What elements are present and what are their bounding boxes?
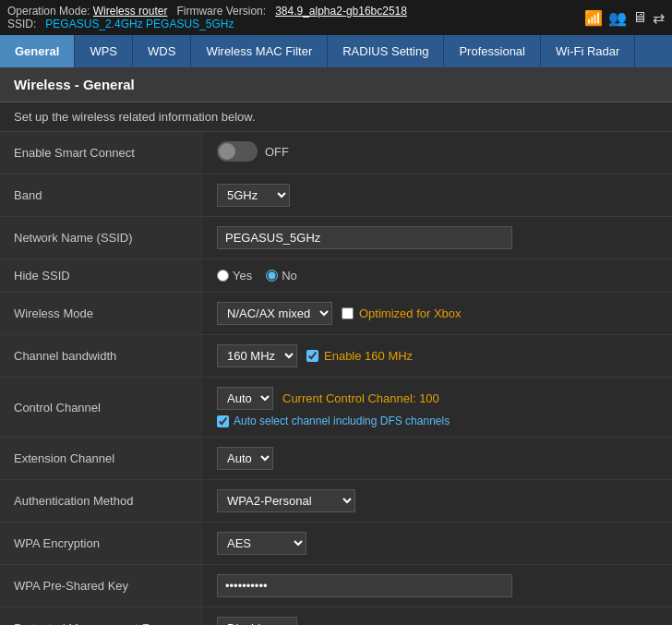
- label-wpa-key: WPA Pre-Shared Key: [0, 565, 203, 607]
- row-wpa-key: WPA Pre-Shared Key: [0, 565, 672, 607]
- toggle-off-label: OFF: [265, 145, 289, 159]
- top-bar-left: Operation Mode: Wireless router Firmware…: [7, 5, 407, 30]
- smart-connect-toggle[interactable]: OFF: [217, 141, 289, 162]
- wifi-icon: 📶: [584, 9, 603, 27]
- row-extension-channel: Extension Channel Auto: [0, 438, 672, 480]
- value-wpa-encryption: AES TKIP+AES: [203, 523, 672, 565]
- wireless-mode-select[interactable]: B/G/N mixed N only AC/N mixed N/AC/AX mi…: [217, 302, 332, 325]
- firmware-link[interactable]: 384.9_alpha2-gb16bc2518: [275, 5, 407, 18]
- enable160-label[interactable]: Enable 160 MHz: [324, 349, 413, 363]
- form-table: Enable Smart Connect OFF Band 2.4GHz 5GH…: [0, 132, 672, 625]
- ssid-label: SSID:: [7, 18, 36, 30]
- band-select[interactable]: 2.4GHz 5GHz: [217, 184, 290, 207]
- label-wireless-mode: Wireless Mode: [0, 293, 203, 335]
- xbox-checkbox[interactable]: [342, 307, 354, 319]
- control-channel-row: Auto 36 100 Current Control Channel: 100: [217, 387, 658, 410]
- firmware-label: Firmware Version:: [176, 5, 266, 18]
- row-pmf: Protected Management Frames Disable Capa…: [0, 607, 672, 626]
- label-channel-bw: Channel bandwidth: [0, 335, 203, 378]
- wpa-encryption-select[interactable]: AES TKIP+AES: [217, 532, 306, 555]
- value-channel-bw: 20 MHz 40 MHz 80 MHz 160 MHz Enable 160 …: [203, 335, 672, 378]
- enable160-checkbox-group: Enable 160 MHz: [306, 349, 413, 363]
- tab-wds[interactable]: WDS: [133, 35, 191, 67]
- network-icon: ⇄: [653, 9, 665, 27]
- value-wireless-mode: B/G/N mixed N only AC/N mixed N/AC/AX mi…: [203, 293, 672, 335]
- value-smart-connect: OFF: [203, 132, 672, 174]
- row-wpa-encryption: WPA Encryption AES TKIP+AES: [0, 523, 672, 565]
- label-smart-connect: Enable Smart Connect: [0, 132, 203, 174]
- row-control-channel: Control Channel Auto 36 100 Current Cont…: [0, 378, 672, 438]
- auth-method-select[interactable]: Open System WPA-Personal WPA2-Personal W…: [217, 489, 355, 512]
- extension-channel-select[interactable]: Auto: [217, 447, 273, 470]
- main-content: Wireless - General Set up the wireless r…: [0, 67, 672, 625]
- monitor-icon: 🖥: [632, 9, 647, 26]
- toggle-knob: [219, 143, 235, 160]
- hide-ssid-yes-label[interactable]: Yes: [217, 269, 252, 282]
- row-hide-ssid: Hide SSID Yes No: [0, 259, 672, 293]
- operation-mode-link[interactable]: Wireless router: [93, 5, 168, 18]
- xbox-label[interactable]: Optimized for Xbox: [359, 306, 462, 320]
- hide-ssid-yes-radio[interactable]: [217, 270, 229, 282]
- toggle-track[interactable]: [217, 141, 258, 162]
- row-band: Band 2.4GHz 5GHz: [0, 174, 672, 217]
- top-bar: Operation Mode: Wireless router Firmware…: [0, 0, 672, 35]
- ssid-values: PEGASUS_2.4GHz PEGASUS_5GHz: [45, 18, 234, 30]
- pmf-select[interactable]: Disable Capable Required: [217, 617, 297, 625]
- value-band: 2.4GHz 5GHz: [203, 174, 672, 217]
- label-pmf: Protected Management Frames: [0, 607, 203, 626]
- tab-radius-setting[interactable]: RADIUS Setting: [328, 35, 444, 67]
- row-smart-connect: Enable Smart Connect OFF: [0, 132, 672, 174]
- hide-ssid-no-radio[interactable]: [266, 270, 278, 282]
- tab-navigation: General WPS WDS Wireless MAC Filter RADI…: [0, 35, 672, 67]
- section-title: Wireless - General: [14, 77, 658, 92]
- tab-wps[interactable]: WPS: [75, 35, 133, 67]
- current-channel-info: Current Control Channel: 100: [282, 391, 439, 405]
- xbox-checkbox-group: Optimized for Xbox: [342, 306, 462, 320]
- value-auth-method: Open System WPA-Personal WPA2-Personal W…: [203, 480, 672, 523]
- label-wpa-encryption: WPA Encryption: [0, 523, 203, 565]
- value-extension-channel: Auto: [203, 438, 672, 480]
- hide-ssid-radio-group: Yes No: [217, 269, 658, 282]
- section-header: Wireless - General: [0, 67, 672, 102]
- label-control-channel: Control Channel: [0, 378, 203, 438]
- label-extension-channel: Extension Channel: [0, 438, 203, 480]
- top-bar-right: 📶 👥 🖥 ⇄: [584, 9, 665, 27]
- tab-general[interactable]: General: [0, 35, 75, 67]
- tab-wireless-mac-filter[interactable]: Wireless MAC Filter: [191, 35, 328, 67]
- operation-mode-label: Operation Mode:: [7, 5, 90, 18]
- value-pmf: Disable Capable Required: [203, 607, 672, 626]
- value-ssid: [203, 217, 672, 259]
- value-hide-ssid: Yes No: [203, 259, 672, 293]
- channel-bw-row: 20 MHz 40 MHz 80 MHz 160 MHz Enable 160 …: [217, 344, 658, 367]
- row-wireless-mode: Wireless Mode B/G/N mixed N only AC/N mi…: [0, 293, 672, 335]
- channel-bw-select[interactable]: 20 MHz 40 MHz 80 MHz 160 MHz: [217, 344, 297, 367]
- value-wpa-key: [203, 565, 672, 607]
- wpa-key-input[interactable]: [217, 574, 512, 597]
- enable160-checkbox[interactable]: [306, 350, 318, 362]
- user-icon: 👥: [608, 9, 627, 27]
- section-desc: Set up the wireless related information …: [0, 102, 672, 132]
- dfs-label[interactable]: Auto select channel including DFS channe…: [234, 415, 450, 427]
- dfs-checkbox[interactable]: [217, 415, 229, 427]
- wireless-mode-row: B/G/N mixed N only AC/N mixed N/AC/AX mi…: [217, 302, 658, 325]
- hide-ssid-no-label[interactable]: No: [266, 269, 297, 282]
- tab-professional[interactable]: Professional: [444, 35, 541, 67]
- control-channel-select[interactable]: Auto 36 100: [217, 387, 273, 410]
- tab-wifi-radar[interactable]: Wi-Fi Radar: [541, 35, 635, 67]
- label-band: Band: [0, 174, 203, 217]
- value-control-channel: Auto 36 100 Current Control Channel: 100…: [203, 378, 672, 438]
- ssid-input[interactable]: [217, 226, 512, 249]
- row-channel-bw: Channel bandwidth 20 MHz 40 MHz 80 MHz 1…: [0, 335, 672, 378]
- row-auth-method: Authentication Method Open System WPA-Pe…: [0, 480, 672, 523]
- label-hide-ssid: Hide SSID: [0, 259, 203, 293]
- label-ssid: Network Name (SSID): [0, 217, 203, 259]
- label-auth-method: Authentication Method: [0, 480, 203, 523]
- row-ssid: Network Name (SSID): [0, 217, 672, 259]
- dfs-check-row: Auto select channel including DFS channe…: [217, 415, 658, 427]
